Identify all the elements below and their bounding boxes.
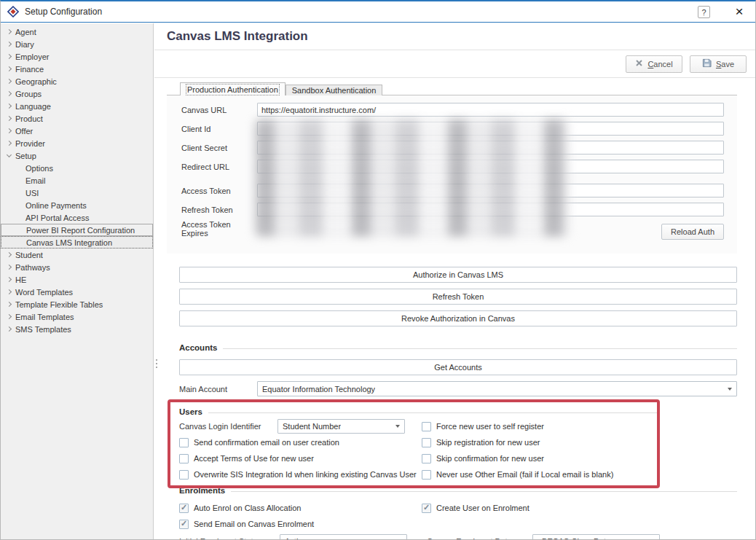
sidebar-item[interactable]: Template Flexible Tables bbox=[1, 298, 153, 310]
splitter-handle[interactable] bbox=[154, 353, 160, 374]
sidebar-item[interactable]: SMS Templates bbox=[1, 323, 153, 335]
users-header: Users bbox=[179, 407, 660, 417]
chevron-right-icon bbox=[6, 286, 15, 298]
toolbar: Cancel Save bbox=[154, 50, 755, 77]
sidebar-item[interactable]: Student bbox=[1, 249, 153, 261]
auth-form: Canvas URL Client Id Client Secret bbox=[181, 103, 724, 235]
chevron-right-icon bbox=[16, 187, 25, 199]
separator bbox=[231, 491, 737, 492]
sidebar-item[interactable]: Geographic bbox=[1, 75, 153, 87]
checkbox[interactable] bbox=[422, 422, 431, 431]
separator bbox=[223, 348, 737, 349]
checkbox[interactable] bbox=[179, 470, 189, 480]
field-label: Redirect URL bbox=[181, 163, 257, 171]
chevron-right-icon bbox=[16, 174, 25, 187]
checkbox[interactable] bbox=[179, 520, 189, 529]
sidebar-item[interactable]: Diary bbox=[1, 38, 153, 50]
text-input[interactable] bbox=[257, 141, 724, 154]
checkbox[interactable] bbox=[422, 470, 431, 480]
initial-enrolment-state-combo[interactable]: Active bbox=[280, 534, 407, 539]
checkbox-row[interactable]: Auto Enrol on Class Allocation bbox=[179, 500, 422, 516]
canvas-action-button[interactable]: Revoke Authorization in Canvas bbox=[179, 310, 737, 326]
checkbox-row[interactable]: Never use Other Email (fail if Local ema… bbox=[422, 466, 660, 482]
text-input[interactable] bbox=[257, 184, 724, 197]
sidebar-item[interactable]: HE bbox=[1, 273, 153, 286]
checkbox-row[interactable]: Accept Terms of Use for new user bbox=[179, 450, 422, 466]
checkbox-row[interactable]: Skip registration for new user bbox=[422, 434, 660, 450]
canvas-login-identifier-label: Canvas Login Identifier bbox=[179, 422, 277, 431]
chevron-right-icon bbox=[17, 236, 26, 249]
authentication-panel: Canvas URL Client Id Client Secret bbox=[167, 95, 737, 254]
enrolments-header: Enrolments bbox=[179, 485, 737, 496]
sidebar-item[interactable]: Email Templates bbox=[1, 310, 153, 323]
main-account-combo[interactable]: Equator Information Technology bbox=[257, 381, 737, 396]
sidebar-item[interactable]: Groups bbox=[1, 87, 153, 100]
page-title: Canvas LMS Integration bbox=[167, 29, 308, 44]
text-input[interactable] bbox=[257, 103, 724, 117]
sidebar-item[interactable]: API Portal Access bbox=[1, 211, 153, 224]
chevron-right-icon bbox=[6, 125, 15, 137]
canvas-action-button[interactable]: Authorize in Canvas LMS bbox=[179, 267, 737, 283]
sidebar-item[interactable]: Setup bbox=[1, 149, 153, 162]
checkbox-row[interactable]: Send Email on Canvas Enrolment bbox=[179, 516, 422, 532]
chevron-right-icon bbox=[6, 63, 15, 75]
sidebar-item[interactable]: Pathways bbox=[1, 261, 153, 273]
sidebar-item[interactable]: Options bbox=[1, 162, 153, 174]
chevron-right-icon bbox=[6, 87, 15, 100]
sidebar-item[interactable]: Word Templates bbox=[1, 286, 153, 298]
separator bbox=[154, 77, 755, 78]
canvas-action-button[interactable]: Refresh Token bbox=[179, 289, 737, 305]
reload-auth-button[interactable]: Reload Auth bbox=[661, 224, 724, 240]
text-input[interactable] bbox=[257, 160, 724, 173]
main-account-label: Main Account bbox=[179, 385, 257, 394]
field-label: Client Id bbox=[181, 125, 257, 133]
sidebar-item[interactable]: Offer bbox=[1, 125, 153, 137]
checkbox[interactable] bbox=[422, 438, 431, 447]
main-panel: Canvas LMS Integration Cancel Save bbox=[154, 23, 755, 539]
tab-sandbox-authentication[interactable]: Sandbox Authentication bbox=[286, 85, 383, 95]
accounts-header: Accounts bbox=[179, 343, 737, 353]
sidebar-item[interactable]: Power BI Report Configuration bbox=[1, 224, 153, 236]
users-section: Users Canvas Login Identifier Student Nu… bbox=[179, 407, 660, 482]
sidebar-item[interactable]: Employer bbox=[1, 50, 153, 63]
sidebar-item[interactable]: Online Payments bbox=[1, 199, 153, 211]
tab-production-authentication[interactable]: Production Authentication bbox=[180, 82, 286, 95]
checkbox-row[interactable]: Create User on Enrolment bbox=[422, 500, 737, 516]
text-input[interactable] bbox=[257, 122, 724, 136]
checkbox-row[interactable]: Send confirmation email on user creation bbox=[179, 434, 422, 450]
canvas-enrolment-dates-combo[interactable]: eBECAS Class Dates bbox=[532, 534, 660, 539]
checkbox-row[interactable]: Skip confirmation for new user bbox=[422, 450, 660, 466]
checkbox[interactable] bbox=[179, 438, 189, 447]
chevron-right-icon bbox=[6, 273, 15, 286]
sidebar-item[interactable]: Agent bbox=[1, 26, 153, 38]
checkbox-row[interactable]: Overwrite SIS Integration Id when linkin… bbox=[179, 466, 422, 482]
field-label: Access Token bbox=[181, 187, 257, 195]
sidebar-item[interactable]: Finance bbox=[1, 63, 153, 75]
save-button[interactable]: Save bbox=[690, 55, 747, 73]
canvas-enrolment-dates-label: Canvas Enrolment Dates bbox=[427, 537, 532, 539]
checkbox[interactable] bbox=[422, 504, 431, 513]
separator bbox=[208, 412, 660, 413]
checkbox-row[interactable]: Force new user to self register bbox=[422, 418, 660, 434]
form-row: Access Token bbox=[181, 184, 724, 197]
sidebar-item[interactable]: Provider bbox=[1, 137, 153, 149]
sidebar-item[interactable]: Email bbox=[1, 174, 153, 187]
chevron-right-icon bbox=[6, 298, 15, 310]
cancel-button[interactable]: Cancel bbox=[626, 55, 682, 73]
canvas-actions: Authorize in Canvas LMS Refresh Token Re… bbox=[179, 267, 737, 332]
sidebar-item[interactable]: Product bbox=[1, 112, 153, 125]
checkbox[interactable] bbox=[179, 454, 189, 463]
canvas-login-identifier-combo[interactable]: Student Number bbox=[277, 419, 405, 434]
main-account-row: Main Account Equator Information Technol… bbox=[179, 381, 737, 396]
sidebar-item[interactable]: Language bbox=[1, 100, 153, 112]
help-button[interactable]: ? bbox=[698, 6, 710, 18]
checkbox[interactable] bbox=[179, 504, 189, 513]
checkbox[interactable] bbox=[422, 454, 431, 463]
chevron-right-icon bbox=[6, 50, 15, 63]
sidebar-item[interactable]: USI bbox=[1, 187, 153, 199]
get-accounts-button[interactable]: Get Accounts bbox=[179, 359, 737, 375]
chevron-right-icon bbox=[16, 199, 25, 211]
text-input[interactable] bbox=[257, 203, 724, 216]
close-button[interactable]: × bbox=[731, 1, 748, 22]
sidebar-item[interactable]: Canvas LMS Integration bbox=[1, 236, 153, 249]
